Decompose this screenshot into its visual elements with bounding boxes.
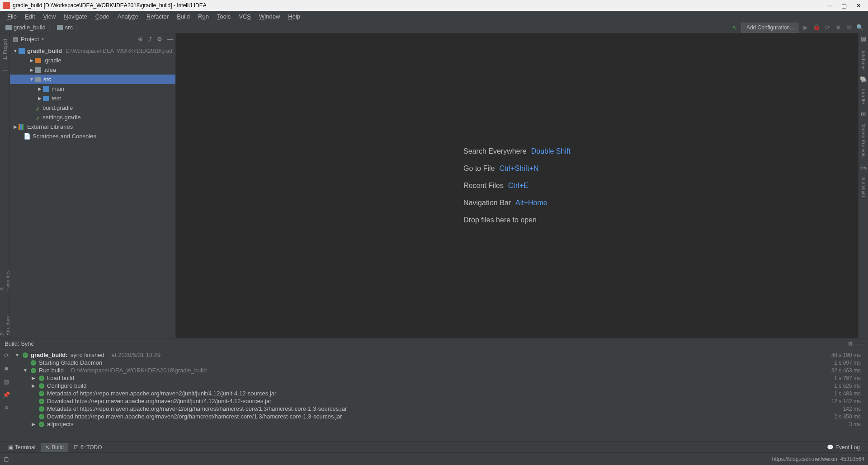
close-icon[interactable]: ✕: [4, 404, 9, 411]
menu-refactor[interactable]: Refactor: [143, 12, 172, 21]
hide-icon[interactable]: —: [167, 36, 173, 42]
project-tree[interactable]: ▼ gradle_build D:\Workspace\IDEA_WORK\ID…: [10, 45, 175, 338]
tree-node-gradle[interactable]: ▶ .gradle: [10, 56, 175, 65]
tab-todo[interactable]: ☑6: TODO: [69, 443, 107, 452]
tree-node-external-libs[interactable]: ▶ External Libraries: [10, 122, 175, 132]
menu-navigate[interactable]: Navigate: [60, 12, 90, 21]
coverage-icon[interactable]: ⟳: [823, 23, 832, 32]
build-row[interactable]: ▶✓allprojects3 ms: [13, 420, 863, 428]
folder-icon[interactable]: ▭: [2, 66, 8, 73]
minimize-button[interactable]: ─: [826, 2, 833, 9]
tab-event-log[interactable]: 💬Event Log: [822, 443, 864, 452]
expand-arrow-icon[interactable]: ▼: [14, 352, 20, 357]
menu-tools[interactable]: Tools: [213, 12, 234, 21]
maximize-button[interactable]: ▢: [841, 2, 847, 9]
build-tree[interactable]: ▼✓gradle_build: sync finishedat 2020/5/3…: [13, 349, 868, 442]
gradle-file-icon: 𝑔: [34, 105, 41, 111]
expand-arrow-icon[interactable]: ▶: [31, 376, 36, 380]
expand-arrow-icon[interactable]: ▶: [13, 124, 18, 129]
menu-view[interactable]: View: [39, 12, 59, 21]
build-row[interactable]: ✓Metadata of https://repo.maven.apache.o…: [13, 405, 863, 413]
run-icon[interactable]: ▶: [801, 23, 810, 32]
build-row[interactable]: ▼✓Run buildD:\Workspace\IDEA_WORK\IDEA20…: [13, 366, 863, 374]
folder-icon: [5, 25, 12, 30]
welcome-hints: Search EverywhereDouble Shift Go to File…: [463, 147, 571, 224]
build-row[interactable]: ✓Starting Gradle Daemon1 s 697 ms: [13, 359, 863, 366]
tool-windows-icon[interactable]: ▢: [4, 456, 9, 462]
gradle-icon[interactable]: 🐘: [860, 76, 867, 83]
build-row[interactable]: ✓Download https://repo.maven.apache.org/…: [13, 397, 863, 405]
expand-arrow-icon[interactable]: ▼: [23, 368, 28, 373]
build-row[interactable]: ✓Metadata of https://repo.maven.apache.o…: [13, 390, 863, 397]
expand-arrow-icon[interactable]: ▶: [37, 96, 42, 101]
tree-node-root[interactable]: ▼ gradle_build D:\Workspace\IDEA_WORK\ID…: [10, 46, 175, 56]
hammer-icon[interactable]: ↖: [731, 23, 740, 32]
tree-node-src[interactable]: ▼ src: [10, 75, 175, 84]
menu-code[interactable]: Code: [92, 12, 113, 21]
expand-arrow-icon[interactable]: ▶: [31, 422, 36, 427]
tree-node-settings-gradle[interactable]: 𝑔 settings.gradle: [10, 113, 175, 122]
tab-terminal[interactable]: ▣Terminal: [4, 443, 40, 452]
breadcrumb-label: src: [65, 24, 73, 31]
menu-vcs[interactable]: VCS: [235, 12, 255, 21]
locate-icon[interactable]: ⊕: [138, 36, 143, 42]
filter-icon[interactable]: ▥: [4, 378, 9, 385]
pin-icon[interactable]: 📌: [3, 391, 10, 398]
menu-help[interactable]: Help: [284, 12, 304, 21]
breadcrumb-item-src[interactable]: src: [55, 23, 75, 32]
hide-icon[interactable]: —: [858, 340, 863, 347]
gutter-gradle-tab[interactable]: Gradle: [861, 85, 866, 108]
gear-icon[interactable]: ⚙: [157, 36, 162, 42]
chevron-down-icon[interactable]: ▾: [42, 37, 44, 42]
project-structure-icon[interactable]: ▤: [844, 23, 854, 32]
tree-node-main[interactable]: ▶ main: [10, 84, 175, 94]
menu-edit[interactable]: Edit: [21, 12, 38, 21]
database-icon[interactable]: ▤: [861, 35, 866, 42]
stop-icon[interactable]: ■: [5, 365, 8, 372]
build-label: Download https://repo.maven.apache.org/m…: [47, 413, 342, 420]
tree-node-scratches[interactable]: 📄 Scratches and Consoles: [10, 132, 175, 141]
hint-label: Drop files here to open: [463, 216, 537, 224]
gutter-favorites-tab[interactable]: 2: Favorites: [0, 267, 10, 294]
build-row[interactable]: ✓Download https://repo.maven.apache.org/…: [13, 413, 863, 420]
build-row[interactable]: ▶✓Configure build1 s 525 ms: [13, 382, 863, 390]
gear-icon[interactable]: ⚙: [848, 340, 853, 347]
maven-icon[interactable]: m: [861, 110, 866, 117]
sync-icon[interactable]: ⟳: [4, 352, 9, 359]
build-time: 32 s 463 ms: [831, 367, 861, 374]
menu-run[interactable]: Run: [194, 12, 212, 21]
search-icon[interactable]: 🔍: [855, 23, 864, 32]
close-button[interactable]: ✕: [855, 2, 862, 9]
tree-label: Scratches and Consoles: [33, 133, 96, 140]
menu-analyze[interactable]: Analyze: [114, 12, 142, 21]
tree-node-test[interactable]: ▶ test: [10, 94, 175, 103]
menu-file[interactable]: File: [4, 12, 20, 21]
expand-arrow-icon[interactable]: ▶: [29, 58, 34, 63]
collapse-icon[interactable]: ⇵: [147, 36, 152, 42]
expand-arrow-icon[interactable]: ▼: [13, 48, 18, 53]
menu-build[interactable]: Build: [173, 12, 193, 21]
tab-build[interactable]: ↖Build: [41, 443, 68, 452]
gutter-structure-tab[interactable]: 7: Structure: [0, 312, 10, 339]
expand-arrow-icon[interactable]: ▶: [37, 86, 42, 91]
tree-node-build-gradle[interactable]: 𝑔 build.gradle: [10, 103, 175, 113]
build-time: 1 s 525 ms: [834, 383, 861, 389]
tree-node-idea[interactable]: ▶ .idea: [10, 65, 175, 75]
expand-arrow-icon[interactable]: ▼: [29, 77, 34, 82]
breadcrumb-item-root[interactable]: gradle_build: [4, 23, 47, 32]
gutter-maven-tab[interactable]: Maven Projects: [861, 120, 866, 161]
editor-empty-area[interactable]: Search EverywhereDouble Shift Go to File…: [176, 33, 858, 338]
ant-icon[interactable]: 🐜: [860, 164, 867, 171]
expand-arrow-icon[interactable]: ▶: [31, 383, 36, 388]
build-row[interactable]: ▶✓Load build1 s 797 ms: [13, 374, 863, 382]
stop-icon[interactable]: ■: [834, 23, 843, 32]
expand-arrow-icon[interactable]: ▶: [29, 67, 34, 72]
debug-icon[interactable]: 🐞: [812, 23, 821, 32]
panel-title: Project: [21, 36, 39, 42]
menu-window[interactable]: Window: [255, 12, 283, 21]
add-configuration-button[interactable]: Add Configuration...: [741, 23, 799, 33]
gutter-ant-tab[interactable]: Ant Build: [861, 174, 866, 201]
gutter-project-tab[interactable]: 1: Project: [2, 35, 8, 63]
gutter-database-tab[interactable]: Database: [861, 45, 866, 73]
build-row[interactable]: ▼✓gradle_build: sync finishedat 2020/5/3…: [13, 351, 863, 359]
